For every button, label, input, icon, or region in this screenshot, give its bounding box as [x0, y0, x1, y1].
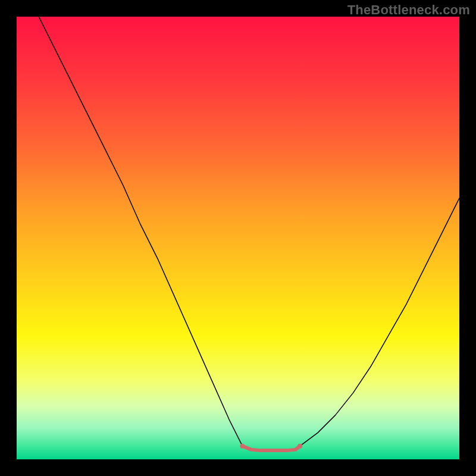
- endpoint-dot: [240, 444, 245, 449]
- chart-frame: TheBottleneck.com: [0, 0, 476, 476]
- chart-svg: [17, 17, 459, 459]
- gradient-bg: [17, 17, 459, 459]
- plot-area: [17, 17, 459, 459]
- endpoint-dot: [298, 444, 302, 449]
- watermark-text: TheBottleneck.com: [347, 2, 470, 18]
